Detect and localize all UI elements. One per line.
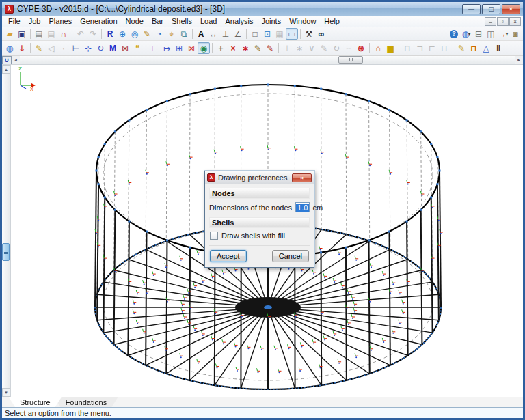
menu-item-analysis[interactable]: Analysis bbox=[221, 16, 257, 26]
previous-window-button[interactable]: ⧉ bbox=[178, 28, 190, 40]
redo-icon: ↷ bbox=[90, 30, 96, 38]
job-data-button[interactable]: ▤ bbox=[33, 28, 45, 40]
dialog-close-icon[interactable]: × bbox=[292, 173, 312, 182]
zoom-previous-button[interactable]: ◔ bbox=[153, 28, 165, 40]
bar-grow-button[interactable]: ⊢ bbox=[70, 42, 82, 54]
joined-beams-button[interactable]: ‖ bbox=[492, 42, 504, 54]
slider-down-arrow-icon[interactable]: ▾ bbox=[2, 388, 10, 397]
grid-button: ▦ bbox=[273, 28, 286, 40]
open-folder-button[interactable]: ▰ bbox=[3, 28, 16, 40]
3d-viewport[interactable]: Z X λ Drawing preferences × Nodes Dimens… bbox=[11, 65, 523, 397]
print-copy-button[interactable]: ◫ bbox=[485, 28, 497, 40]
move-node-button[interactable]: ⊹ bbox=[82, 42, 94, 54]
title-bar[interactable]: λ CYPE 3D - v2015.d - [C:\...\Cylindrica… bbox=[2, 2, 523, 16]
paint-support-pencil-button[interactable]: ✎ bbox=[264, 42, 276, 54]
edit-coordinates-button[interactable]: ✎ bbox=[33, 42, 45, 54]
snapshot-button[interactable]: ◙ bbox=[509, 28, 522, 40]
menu-item-bar[interactable]: Bar bbox=[148, 16, 167, 26]
window-title: CYPE 3D - v2015.d - [C:\...\Cylindrical … bbox=[17, 4, 225, 14]
cancel-button[interactable]: Cancel bbox=[272, 250, 309, 262]
help-button[interactable]: ? bbox=[448, 28, 460, 40]
ruler-toggle-button[interactable]: ▭ bbox=[286, 28, 298, 40]
slider-right-arrow-icon[interactable]: ▸ bbox=[515, 56, 523, 64]
distance-button[interactable]: ↦ bbox=[161, 42, 173, 54]
web-globe-button[interactable]: ◍ bbox=[3, 42, 16, 54]
menu-item-generation[interactable]: Generation bbox=[76, 16, 121, 26]
minimize-button[interactable]: — bbox=[462, 4, 481, 14]
slider-left-arrow-icon[interactable]: ◂ bbox=[12, 56, 20, 64]
bind-node-button[interactable]: ∗ bbox=[239, 42, 252, 54]
node-crosshair-button[interactable]: ⊕ bbox=[355, 42, 367, 54]
edit-bar-pencil-button[interactable]: ✎ bbox=[252, 42, 264, 54]
menu-item-help[interactable]: Help bbox=[320, 16, 344, 26]
pan-hand-button[interactable]: ⌖ bbox=[165, 28, 178, 40]
close-button[interactable]: × bbox=[502, 4, 520, 14]
draw-shells-checkbox[interactable] bbox=[210, 232, 218, 240]
box-select-button[interactable]: □ bbox=[249, 28, 261, 40]
horizontal-slider-track[interactable] bbox=[20, 56, 515, 64]
mdi-close-button[interactable]: × bbox=[509, 17, 521, 26]
measure-pencil-button[interactable]: ✎ bbox=[141, 28, 153, 40]
describe-bubble-button[interactable]: “ bbox=[131, 42, 144, 54]
tools-hammer-button[interactable]: ⚒ bbox=[303, 28, 315, 40]
bar-delete-button[interactable]: ⊠ bbox=[119, 42, 131, 54]
object-snap-magnet-button[interactable]: ∩ bbox=[57, 28, 70, 40]
dimension-perpendicular-button[interactable]: ⊥ bbox=[219, 28, 232, 40]
mdi-restore-button[interactable]: ▫ bbox=[497, 17, 509, 26]
node-select-icon: ⊡ bbox=[264, 30, 271, 38]
toolbar-separator bbox=[246, 29, 247, 39]
zoom-window-button[interactable]: ◎ bbox=[129, 28, 141, 40]
dimension-angle-button[interactable]: ∠ bbox=[232, 28, 244, 40]
node-select-button[interactable]: ⊡ bbox=[261, 28, 273, 40]
toolbar-separator bbox=[278, 43, 279, 53]
delete-node-button[interactable]: × bbox=[227, 42, 239, 54]
loads-frame-button[interactable]: ⌂ bbox=[372, 42, 384, 54]
menu-item-shells[interactable]: Shells bbox=[167, 16, 196, 26]
dialog-title-bar[interactable]: λ Drawing preferences × bbox=[205, 171, 314, 184]
menu-item-planes[interactable]: Planes bbox=[45, 16, 77, 26]
web-services-button[interactable]: ◍▾ bbox=[460, 28, 472, 40]
menu-item-node[interactable]: Node bbox=[122, 16, 148, 26]
select-group-icon: ⊞ bbox=[176, 44, 183, 53]
plot-print-button[interactable]: ⇓ bbox=[16, 42, 28, 54]
add-node-button[interactable]: + bbox=[215, 42, 227, 54]
select-group-button[interactable]: ⊞ bbox=[173, 42, 185, 54]
print-button[interactable]: ⊟ bbox=[472, 28, 485, 40]
tab-foundations[interactable]: Foundations bbox=[55, 397, 118, 407]
search-binoculars-button[interactable]: ∞ bbox=[315, 28, 327, 40]
vertical-slider-thumb[interactable] bbox=[2, 243, 10, 261]
export-disk-button[interactable]: →▾ bbox=[497, 28, 509, 40]
open-folder-icon: ▰ bbox=[6, 30, 12, 38]
drawing-preferences-eye-button[interactable]: ◉ bbox=[198, 42, 210, 54]
bar-grow-icon: ⊢ bbox=[72, 44, 79, 53]
menu-item-file[interactable]: File bbox=[4, 16, 25, 26]
delete-group-button[interactable]: ⊠ bbox=[185, 42, 198, 54]
bar-material-button[interactable]: M bbox=[107, 42, 119, 54]
check-pencil-button[interactable]: ✎ bbox=[455, 42, 468, 54]
support-pencil-icon: ✎ bbox=[321, 44, 327, 53]
analyse-roller-button[interactable]: ▆ bbox=[384, 42, 396, 54]
node-dimensions-input[interactable]: 1.0 bbox=[295, 202, 310, 212]
menu-item-window[interactable]: Window bbox=[285, 16, 320, 26]
mdi-minimize-button[interactable]: – bbox=[485, 17, 496, 26]
zoom-extents-button[interactable]: ⊕ bbox=[116, 28, 129, 40]
slider-up-arrow-icon[interactable]: ▴ bbox=[2, 65, 10, 74]
accept-button[interactable]: Accept bbox=[210, 250, 247, 262]
view-corner-icon[interactable]: ∪ bbox=[2, 56, 12, 64]
text-label-button[interactable]: A bbox=[195, 28, 207, 40]
menu-item-load[interactable]: Load bbox=[196, 16, 221, 26]
tab-structure[interactable]: Structure bbox=[9, 397, 62, 407]
slope-terrain-button[interactable]: △ bbox=[480, 42, 492, 54]
portal-frame-button[interactable]: ⊓ bbox=[468, 42, 480, 54]
local-axes-button[interactable]: ∟ bbox=[148, 42, 161, 54]
horizontal-slider-thumb[interactable] bbox=[338, 56, 363, 64]
support-v-button: ∨ bbox=[306, 42, 318, 54]
redraw-button[interactable]: R bbox=[104, 28, 116, 40]
vertical-slider-track[interactable] bbox=[2, 74, 10, 388]
rotate-button[interactable]: ↻ bbox=[94, 42, 107, 54]
save-button[interactable]: ▣ bbox=[16, 28, 28, 40]
menu-item-joints[interactable]: Joints bbox=[257, 16, 285, 26]
restore-button[interactable]: ▢ bbox=[482, 4, 500, 14]
dimension-horizontal-button[interactable]: ↔ bbox=[207, 28, 219, 40]
menu-item-job[interactable]: Job bbox=[25, 16, 45, 26]
